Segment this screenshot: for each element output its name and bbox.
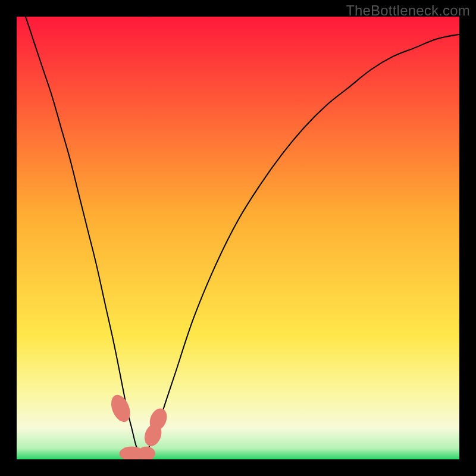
bottleneck-chart bbox=[17, 17, 459, 459]
gradient-background bbox=[17, 17, 459, 459]
plot-area bbox=[17, 17, 459, 459]
watermark-text: TheBottleneck.com bbox=[346, 2, 470, 19]
chart-frame: TheBottleneck.com bbox=[0, 0, 476, 476]
